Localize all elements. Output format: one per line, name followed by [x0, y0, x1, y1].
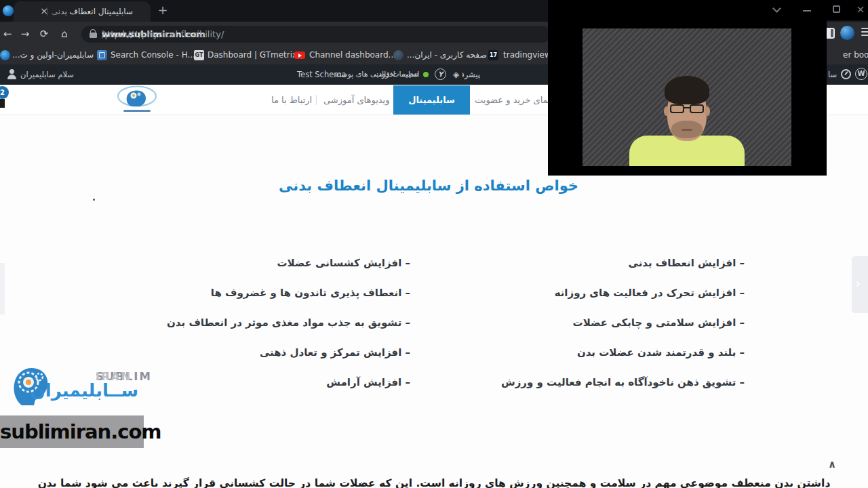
video-overlay — [548, 0, 827, 176]
home-icon[interactable]: ⌂ — [57, 22, 72, 46]
carousel-prev-area[interactable] — [0, 263, 5, 314]
admin-security[interactable]: امنیت — [401, 64, 419, 85]
back-icon[interactable]: ← — [0, 22, 15, 46]
browser-menu-icon[interactable] — [861, 28, 868, 39]
nav-divider — [316, 95, 317, 105]
forward-icon[interactable]: → — [18, 22, 33, 46]
pinned-tab-favicon[interactable] — [3, 5, 14, 16]
benefit-item: – تشویق ذهن ناخودآگاه به انجام فعالیت و … — [501, 376, 745, 388]
diamond-icon[interactable]: ◈ — [453, 64, 459, 85]
nav-videos[interactable]: ویدیوهای آموزشی — [323, 85, 389, 115]
widget-edge — [0, 99, 5, 108]
close-icon[interactable]: × — [853, 0, 868, 19]
site-logo[interactable] — [115, 85, 159, 115]
chevron-right-icon: › — [855, 275, 861, 291]
carousel-next-button[interactable]: › — [852, 256, 868, 313]
status-dot-icon — [423, 72, 429, 77]
benefit-item: – افزایش کشسانی عضلات — [277, 257, 410, 269]
admin-greeting[interactable]: سلام سابلیمیران — [20, 64, 74, 85]
minimize-icon[interactable] — [803, 10, 811, 12]
brand-persian: ســابلیمیران — [53, 380, 138, 401]
tradingview-icon[interactable]: 17 — [488, 50, 498, 60]
bookmark-search-console[interactable]: Search Console - H... — [111, 46, 195, 64]
benefit-item: – افزایش تحرک در فعالیت های روزانه — [555, 287, 745, 299]
profile-avatar[interactable] — [840, 26, 854, 40]
user-icon — [9, 69, 14, 74]
sublimiran-site-icon[interactable] — [0, 50, 10, 60]
site-url-watermark: sublimiran.com — [0, 415, 144, 448]
intro-paragraph: داشتن بدن منعطف موضوعی مهم در سلامت و هم… — [27, 477, 841, 488]
speed-gauge-icon[interactable] — [841, 69, 851, 79]
benefit-item: – تشویق به جذب مواد مغذی موثر در انعطاف … — [167, 317, 410, 329]
page-title: خواص استفاده از سابلیمینال انعطاف بدنی — [0, 178, 857, 194]
gtmetrix-icon[interactable]: GT — [194, 50, 204, 60]
wordpress-icon[interactable]: W — [855, 68, 867, 80]
active-tab[interactable]: سابلیمینال انعطاف بدنی | افزایش × — [14, 1, 151, 22]
new-tab-button[interactable]: + — [155, 0, 171, 22]
scroll-to-top-icon[interactable]: ∧ — [823, 458, 841, 470]
tab-close-icon[interactable]: × — [38, 1, 50, 22]
benefit-item: – افزایش آرامش — [326, 376, 410, 388]
glasses-icon — [670, 104, 684, 113]
nav-what-is-subliminal[interactable]: سابلیمینال چیست — [393, 85, 470, 115]
reload-icon[interactable]: ⟳ — [37, 22, 52, 46]
youtube-icon[interactable] — [294, 52, 305, 59]
benefit-item: – افزایش انعطاف بدنی — [629, 257, 745, 269]
other-bookmarks-label[interactable]: er bookmark — [843, 46, 868, 64]
benefit-item: – افزایش سلامتی و چابکی عضلات — [573, 317, 745, 329]
bookmark-gtmetrix[interactable]: Dashboard | GTmetrix — [208, 46, 297, 64]
benefit-item: – افزایش تمرکز و تعادل ذهنی — [260, 346, 410, 359]
admin-advanced-partial[interactable]: پیشرفته ) — [462, 64, 480, 85]
nav-contact[interactable]: ارتباط با ما — [271, 85, 312, 115]
webcam-frame — [583, 28, 791, 166]
maximize-icon[interactable] — [833, 5, 840, 13]
user-page-icon[interactable] — [393, 50, 403, 60]
search-console-icon[interactable] — [97, 50, 107, 60]
yoast-icon[interactable]: Y — [435, 68, 446, 80]
bookmark-user-page[interactable]: صفحه کاربری - ایران... — [407, 46, 487, 64]
benefit-item: – بلند و قدرتمند شدن عضلات بدن — [577, 346, 745, 359]
bookmark-channel-dashboard[interactable]: Channel dashboard... — [309, 46, 396, 64]
nav-buy-membership[interactable]: نمای خرید و عضویت — [475, 85, 551, 115]
benefit-item: – انعطاف پذیری تاندون ها و غضروف ها — [211, 287, 410, 299]
admin-site-partial[interactable]: سا — [828, 64, 837, 85]
stray-dot — [93, 199, 95, 201]
screen: سابلیمینال انعطاف بدنی | افزایش × + ← → … — [0, 0, 868, 488]
bookmark-sublimiran[interactable]: سابلیمیران-اولین و ت... — [12, 46, 94, 64]
